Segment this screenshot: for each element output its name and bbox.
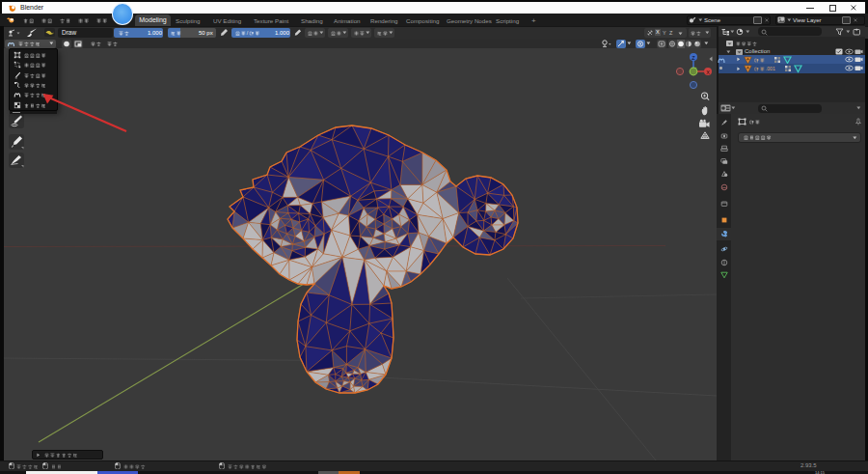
svg-text:X: X — [706, 70, 710, 75]
svg-text:/: / — [247, 30, 249, 36]
svg-text:.001: .001 — [766, 66, 775, 71]
